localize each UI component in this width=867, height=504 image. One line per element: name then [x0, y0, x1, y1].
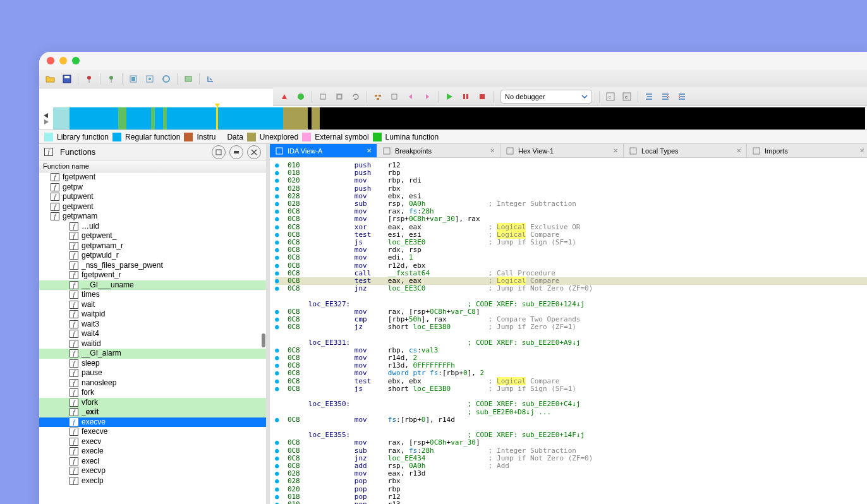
- debugger-select-label: No debugger: [505, 93, 545, 100]
- tb-indent1[interactable]: [641, 90, 657, 104]
- pause-button[interactable]: [458, 90, 473, 104]
- run-button[interactable]: [442, 90, 457, 104]
- legend-inst: Instru: [197, 133, 215, 141]
- main-toolbar: [39, 69, 867, 88]
- function-name: _nss_files_parse_pwent: [82, 261, 163, 271]
- function-row[interactable]: f…uid: [39, 222, 266, 232]
- tab-ida-view[interactable]: IDA View-A✕: [270, 144, 377, 157]
- function-row[interactable]: fgetpw: [39, 183, 266, 193]
- disassembly-view[interactable]: ● 010 push r12● 018 push rbp● 020 mov rb…: [270, 158, 867, 504]
- nav-left-icon[interactable]: [43, 113, 49, 118]
- function-name: times: [82, 290, 100, 300]
- legend-data: Data: [227, 133, 243, 141]
- tab-label: Imports: [765, 147, 788, 155]
- tb-indent2[interactable]: [658, 90, 673, 104]
- function-row[interactable]: fexecve: [39, 417, 266, 428]
- function-row[interactable]: fvfork: [39, 398, 266, 408]
- legend-reg: Regular function: [125, 133, 180, 141]
- function-row[interactable]: fexecl: [39, 457, 266, 467]
- close-window-icon[interactable]: [47, 57, 54, 64]
- function-row[interactable]: fpause: [39, 368, 266, 378]
- function-row[interactable]: ffgetpwent: [39, 172, 266, 183]
- tab-close-icon[interactable]: ✕: [613, 147, 618, 154]
- function-row[interactable]: f__GI_alarm: [39, 349, 266, 359]
- tb-back[interactable]: [403, 90, 418, 104]
- tab-icon: [382, 147, 391, 155]
- debugger-select[interactable]: No debugger: [500, 90, 592, 104]
- svg-point-3: [109, 76, 113, 80]
- tab-icon: [275, 147, 284, 155]
- function-icon: f: [70, 379, 78, 387]
- toolbar-btn-6[interactable]: [142, 72, 157, 86]
- function-row[interactable]: ffexecve: [39, 427, 266, 437]
- toolbar-btn-7[interactable]: [159, 72, 174, 86]
- tb-text2[interactable]: [332, 90, 347, 104]
- tb-green-dot[interactable]: [293, 90, 308, 104]
- function-list[interactable]: ffgetpwentfgetpwfputpwentfgetpwentfgetpw…: [39, 172, 266, 504]
- function-name: getpwent_: [82, 231, 116, 241]
- function-row[interactable]: f_nss_files_parse_pwent: [39, 261, 266, 271]
- function-row[interactable]: f__GI___uname: [39, 280, 266, 291]
- tb-box1[interactable]: [387, 90, 402, 104]
- function-row[interactable]: fexeclp: [39, 476, 266, 486]
- tb-refresh[interactable]: [348, 90, 363, 104]
- toolbar-btn-8[interactable]: [181, 72, 196, 86]
- svg-rect-27: [276, 148, 282, 154]
- function-name: execle: [82, 447, 104, 457]
- function-row[interactable]: fexecvp: [39, 466, 266, 476]
- panel-btn-2[interactable]: [229, 145, 243, 159]
- tab-close-icon[interactable]: ✕: [736, 147, 741, 154]
- function-row[interactable]: fsleep: [39, 359, 266, 369]
- function-row[interactable]: fexecle: [39, 447, 266, 457]
- tab-close-icon[interactable]: ✕: [859, 147, 864, 154]
- toolbar-btn-5[interactable]: [126, 72, 141, 86]
- function-row[interactable]: ffgetpwent_r: [39, 270, 266, 280]
- function-name: sleep: [82, 359, 100, 369]
- column-header[interactable]: Function name: [39, 160, 266, 172]
- overview-strip[interactable]: [53, 107, 867, 129]
- function-row[interactable]: fnanosleep: [39, 378, 266, 388]
- tb-c2[interactable]: c: [619, 90, 634, 104]
- nav-right-icon[interactable]: [43, 119, 49, 124]
- function-row[interactable]: fgetpwnam: [39, 212, 266, 222]
- panel-btn-1[interactable]: [212, 145, 226, 159]
- tab-hex-view[interactable]: Hex View-1✕: [500, 144, 624, 157]
- open-file-button[interactable]: [43, 72, 58, 86]
- function-row[interactable]: fgetpwuid_r: [39, 251, 266, 261]
- stop-button[interactable]: [475, 90, 490, 104]
- toolbar-btn-4[interactable]: [104, 72, 119, 86]
- function-row[interactable]: fwaitid: [39, 339, 266, 349]
- function-row[interactable]: fwait3: [39, 320, 266, 330]
- function-row[interactable]: fwaitpid: [39, 309, 266, 320]
- function-row[interactable]: ftimes: [39, 290, 266, 300]
- function-row[interactable]: fexecv: [39, 437, 266, 447]
- tab-local-types[interactable]: Local Types✕: [624, 144, 747, 157]
- tb-red-up[interactable]: [277, 90, 292, 104]
- function-row[interactable]: fputpwent: [39, 192, 266, 202]
- tab-imports[interactable]: Imports✕: [747, 144, 867, 157]
- tb-text1[interactable]: [315, 90, 330, 104]
- panel-close-button[interactable]: [247, 145, 261, 159]
- function-icon: f: [51, 173, 59, 181]
- maximize-window-icon[interactable]: [72, 57, 80, 64]
- tab-breakpoints[interactable]: Breakpoints✕: [377, 144, 500, 157]
- tb-c1[interactable]: c: [603, 90, 618, 104]
- function-row[interactable]: fgetpwnam_r: [39, 241, 266, 251]
- function-row[interactable]: fwait: [39, 300, 266, 310]
- tab-close-icon[interactable]: ✕: [367, 147, 372, 154]
- tab-close-icon[interactable]: ✕: [490, 147, 495, 154]
- function-row[interactable]: ffork: [39, 388, 266, 398]
- function-icon: f: [70, 261, 78, 270]
- toolbar-btn-3[interactable]: [82, 72, 97, 86]
- function-row[interactable]: fwait4: [39, 329, 266, 339]
- scrollbar-thumb[interactable]: [262, 333, 265, 347]
- function-row[interactable]: fgetpwent: [39, 202, 266, 212]
- function-row[interactable]: fgetpwent_: [39, 231, 266, 241]
- tb-fwd[interactable]: [420, 90, 435, 104]
- tb-indent3[interactable]: [674, 90, 689, 104]
- minimize-window-icon[interactable]: [59, 57, 67, 64]
- function-row[interactable]: f_exit: [39, 407, 266, 417]
- tb-struct[interactable]: [370, 90, 385, 104]
- save-button[interactable]: [59, 72, 75, 86]
- toolbar-btn-9[interactable]: [203, 72, 218, 86]
